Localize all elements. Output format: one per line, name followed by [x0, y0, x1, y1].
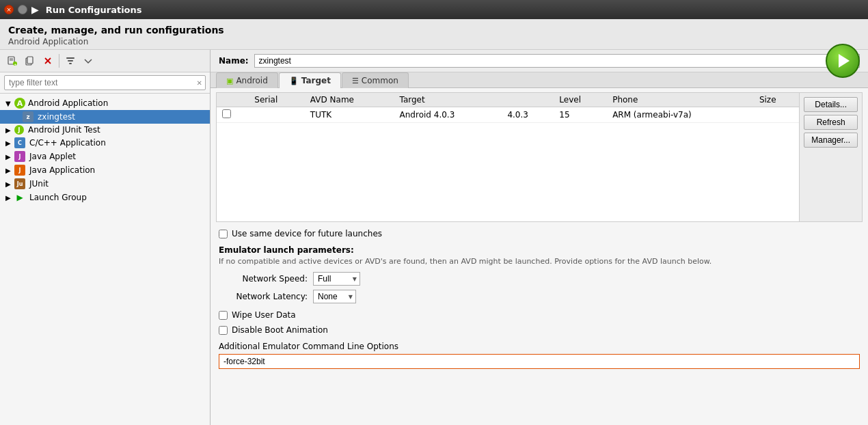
col-target: Target: [394, 93, 502, 107]
name-bar: Name:: [211, 50, 868, 72]
tree-junit2-label: JUnit: [29, 179, 49, 189]
network-latency-select[interactable]: None GPRS EDGE UMTS: [313, 290, 356, 303]
svg-rect-6: [27, 57, 33, 64]
close-button[interactable]: ×: [4, 5, 14, 14]
network-speed-select-wrap: Full GPRS EDGE UMTS HSDPA: [313, 272, 360, 286]
wipe-user-data-row: Wipe User Data: [219, 307, 860, 323]
common-tab-label: Common: [362, 76, 398, 85]
target-tab-icon: 📱: [289, 77, 299, 85]
row-target: Android 4.0.3: [394, 107, 502, 123]
delete-config-button[interactable]: [40, 53, 56, 69]
tree-junit-standalone[interactable]: ▶ Ju JUnit: [0, 177, 210, 191]
device-table-area: Serial AVD Name Target Level Phone Size: [216, 92, 863, 222]
filter-button-2[interactable]: [80, 53, 96, 69]
wipe-user-data-checkbox[interactable]: [219, 311, 228, 320]
emulator-desc: If no compatible and active devices or A…: [219, 256, 860, 266]
tree-launch-group[interactable]: ▶ ▶ Launch Group: [0, 191, 210, 204]
device-table: Serial AVD Name Target Level Phone Size: [217, 93, 799, 123]
col-avd: AVD Name: [305, 93, 394, 107]
cpp-icon: C: [14, 137, 25, 148]
disable-boot-label: Disable Boot Animation: [232, 325, 328, 335]
tree-arrow-applet: ▶: [5, 153, 12, 161]
table-row[interactable]: TUTK Android 4.0.3 4.0.3 15 ARM (armeabi…: [217, 107, 799, 123]
svg-rect-10: [68, 60, 73, 61]
manager-button[interactable]: Manager...: [804, 133, 858, 148]
tree-java-applet[interactable]: ▶ J Java Applet: [0, 150, 210, 163]
row-level: 15: [554, 107, 607, 123]
filter-input[interactable]: [8, 77, 197, 89]
tab-content: Serial AVD Name Target Level Phone Size: [211, 88, 868, 425]
col-phone: Phone: [607, 93, 754, 107]
tab-common[interactable]: ☰ Common: [342, 72, 409, 88]
tree-cpp[interactable]: ▶ C C/C++ Application: [0, 136, 210, 150]
duplicate-config-button[interactable]: [22, 53, 38, 69]
row-api: 4.0.3: [502, 107, 554, 123]
tree-zxing-label: zxingtest: [38, 112, 75, 122]
tab-target[interactable]: 📱 Target: [279, 72, 341, 88]
filter-button-1[interactable]: [62, 53, 79, 69]
svg-rect-11: [69, 63, 72, 64]
launch-group-icon: ▶: [14, 192, 25, 203]
main-container: Create, manage, and run configurations A…: [0, 19, 868, 425]
header-title: Create, manage, and run configurations: [8, 25, 860, 36]
disable-boot-checkbox[interactable]: [219, 326, 228, 335]
app-icon: ▶: [31, 4, 39, 15]
tree-launch-label: Launch Group: [29, 193, 87, 202]
row-size: [754, 107, 799, 123]
zxing-icon: z: [23, 111, 33, 122]
refresh-button[interactable]: Refresh: [804, 115, 858, 130]
android-junit-icon: J: [14, 125, 24, 135]
tree-cpp-label: C/C++ Application: [29, 138, 106, 148]
network-latency-row: Network Latency: None GPRS EDGE UMTS: [219, 290, 860, 303]
row-check[interactable]: [217, 107, 249, 123]
tree-android-junit[interactable]: ▶ J Android JUnit Test: [0, 124, 210, 136]
use-same-device-label: Use same device for future launches: [232, 229, 382, 238]
right-panel: Name: ▣ Android 📱 Target ☰ Common: [211, 50, 868, 425]
table-buttons: Details... Refresh Manager...: [799, 93, 862, 221]
content-area: + ✕: [0, 50, 868, 425]
name-input[interactable]: [254, 54, 860, 68]
toolbar-sep-1: [59, 54, 59, 68]
filter-box: ✕: [0, 72, 210, 94]
use-same-device-checkbox[interactable]: [219, 230, 228, 238]
tree-junit-label: Android JUnit Test: [28, 125, 100, 135]
header-area: Create, manage, and run configurations A…: [0, 19, 868, 50]
wipe-user-data-label: Wipe User Data: [232, 310, 296, 320]
title-bar: × ▶ Run Configurations: [0, 0, 868, 19]
tree-arrow-javaapp: ▶: [5, 167, 12, 174]
tree-zxingtest[interactable]: z zxingtest: [0, 110, 210, 124]
svg-rect-9: [66, 57, 74, 59]
name-label: Name:: [219, 56, 249, 66]
svg-text:+: +: [14, 62, 17, 66]
col-serial: Serial: [249, 93, 305, 107]
tree-android-app-group[interactable]: ▼ A Android Application: [0, 96, 210, 110]
details-button[interactable]: Details...: [804, 97, 858, 112]
tree-arrow-launch: ▶: [5, 194, 12, 202]
row-phone: ARM (armeabi-v7a): [607, 107, 754, 123]
new-config-button[interactable]: +: [4, 53, 21, 69]
additional-label: Additional Emulator Command Line Options: [219, 342, 860, 351]
network-speed-select[interactable]: Full GPRS EDGE UMTS HSDPA: [313, 272, 360, 286]
network-speed-row: Network Speed: Full GPRS EDGE UMTS HSDPA: [219, 272, 860, 286]
filter-clear-icon[interactable]: ✕: [197, 79, 202, 87]
additional-section: Additional Emulator Command Line Options: [211, 338, 868, 373]
tree-arrow-cpp: ▶: [5, 139, 12, 147]
run-button[interactable]: [826, 44, 860, 78]
tree-android-label: Android Application: [28, 98, 108, 108]
row-avd: TUTK: [305, 107, 394, 123]
android-group-icon: A: [14, 98, 25, 109]
tree-java-app[interactable]: ▶ J Java Application: [0, 163, 210, 177]
cmd-input[interactable]: [219, 354, 860, 369]
android-tab-icon: ▣: [226, 77, 233, 85]
network-speed-label: Network Speed:: [219, 274, 308, 284]
minimize-button[interactable]: [18, 5, 27, 14]
col-api: [502, 93, 554, 107]
row-serial: [249, 107, 305, 123]
tabs-bar: ▣ Android 📱 Target ☰ Common: [211, 72, 868, 88]
emulator-title: Emulator launch parameters:: [219, 245, 860, 255]
row-checkbox[interactable]: [222, 109, 231, 118]
tab-android[interactable]: ▣ Android: [216, 72, 278, 88]
left-panel: + ✕: [0, 50, 211, 425]
common-tab-icon: ☰: [352, 77, 359, 85]
header-subtitle: Android Application: [8, 37, 860, 46]
